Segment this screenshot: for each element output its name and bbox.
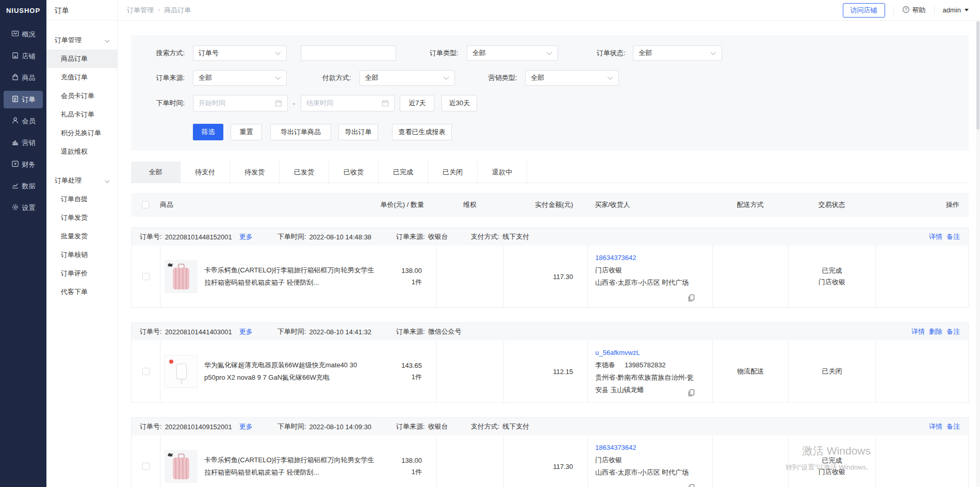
breadcrumb-part: 订单管理 — [127, 6, 154, 15]
submenu-item-giftcard-orders[interactable]: 礼品卡订单 — [46, 105, 117, 124]
row-checkbox[interactable] — [142, 368, 150, 375]
sidebar-item-data[interactable]: 数据 — [4, 177, 43, 195]
order-source-select[interactable]: 全部 — [193, 70, 287, 86]
last-30-days-button[interactable]: 近30天 — [442, 95, 477, 111]
order-note-link[interactable]: 备注 — [946, 232, 960, 241]
col-product: 商品 — [160, 200, 173, 209]
svg-text:?: ? — [905, 7, 907, 12]
order-detail-link[interactable]: 详情 — [911, 327, 925, 336]
select-all-checkbox[interactable] — [142, 201, 149, 208]
buyer-account-link[interactable]: u_56afkmvwzL — [595, 347, 698, 359]
order-detail-link[interactable]: 详情 — [929, 422, 942, 431]
sidebar-item-label: 财务 — [22, 160, 36, 169]
reset-button[interactable]: 重置 — [231, 124, 262, 140]
sidebar-item-members[interactable]: 会员 — [4, 112, 43, 130]
submenu-item-recharge-orders[interactable]: 充值订单 — [46, 68, 117, 87]
order-delete-link[interactable]: 删除 — [929, 327, 942, 336]
product-price: 138.00 — [374, 265, 422, 277]
sidebar-item-overview[interactable]: 概况 — [4, 26, 43, 43]
submenu-item-verification[interactable]: 订单核销 — [46, 246, 117, 264]
last-7-days-button[interactable]: 近7天 — [400, 95, 434, 111]
user-menu[interactable]: admin — [943, 6, 969, 14]
product-name: 华为氮化镓超薄充电器原装66W超级快充mate40 30 p50pro X2 n… — [204, 359, 374, 384]
submenu-item-refund[interactable]: 退款维权 — [46, 142, 117, 161]
marketing-type-select[interactable]: 全部 — [525, 70, 619, 86]
sidebar-item-shop[interactable]: 店铺 — [4, 47, 43, 65]
export-orders-button[interactable]: 导出订单 — [338, 124, 378, 140]
buyer-account-link[interactable]: 18634373642 — [595, 442, 698, 454]
tab-completed[interactable]: 已完成 — [379, 161, 428, 183]
tab-pending-shipment[interactable]: 待发货 — [230, 161, 280, 183]
submenu-item-membercard-orders[interactable]: 会员卡订单 — [46, 87, 117, 105]
submenu-group-header[interactable]: 订单处理 — [46, 171, 117, 190]
order-source-label: 订单来源: — [396, 232, 425, 241]
copy-icon[interactable] — [688, 389, 695, 396]
topbar-divider — [893, 6, 894, 14]
submenu-item-pickup[interactable]: 订单自提 — [46, 190, 117, 208]
submenu-item-goods-orders[interactable]: 商品订单 — [46, 50, 117, 68]
order-no: 202208101409152001 — [165, 423, 232, 431]
submenu-item-batch-shipping[interactable]: 批量发货 — [46, 227, 117, 246]
row-checkbox[interactable] — [142, 273, 150, 280]
order-card: 订单号:202208101441403001更多 下单时间:2022-08-10… — [131, 322, 969, 403]
copy-icon[interactable] — [688, 294, 695, 301]
paid-amount: 117.30 — [553, 273, 573, 281]
username: admin — [943, 6, 961, 14]
vertical-scrollbar[interactable] — [976, 21, 980, 487]
order-search-input[interactable] — [301, 45, 396, 61]
submenu-item-shipping[interactable]: 订单发货 — [46, 208, 117, 227]
view-reports-button[interactable]: 查看已生成报表 — [392, 124, 452, 140]
sidebar-item-goods[interactable]: 商品 — [4, 69, 43, 87]
search-type-select[interactable]: 订单号 — [193, 45, 287, 61]
export-order-goods-button[interactable]: 导出订单商品 — [270, 124, 331, 140]
submenu-group-header[interactable]: 订单管理 — [46, 31, 117, 50]
main-area: 订单管理 - 商品订单 访问店铺 ? 帮助 admin — [118, 0, 980, 487]
sidebar-item-finance[interactable]: ¥ 财务 — [4, 156, 43, 173]
order-status-select[interactable]: 全部 — [633, 45, 722, 61]
pay-method-label: 付款方式: — [322, 73, 351, 83]
trade-status-sub: 门店收银 — [819, 277, 845, 288]
product-qty: 1件 — [374, 466, 422, 478]
submenu-group-order-processing: 订单处理 订单自提 订单发货 批量发货 订单核销 订单评价 代客下单 — [46, 171, 117, 301]
filter-button[interactable]: 筛选 — [193, 124, 223, 140]
help-button[interactable]: ? 帮助 — [902, 6, 926, 15]
trade-status: 已完成 — [822, 265, 842, 277]
buyer-account-link[interactable]: 18634373642 — [595, 252, 698, 264]
copy-icon[interactable] — [688, 484, 695, 487]
sidebar-item-orders[interactable]: 订单 — [4, 91, 43, 108]
visit-shop-button[interactable]: 访问店铺 — [843, 3, 885, 18]
order-more-link[interactable]: 更多 — [239, 327, 253, 336]
order-type-select[interactable]: 全部 — [467, 45, 558, 61]
pay-method-select[interactable]: 全部 — [360, 70, 455, 86]
tab-closed[interactable]: 已关闭 — [428, 161, 478, 183]
order-note-link[interactable]: 备注 — [946, 422, 960, 431]
submenu-item-proxy-order[interactable]: 代客下单 — [46, 283, 117, 301]
sidebar-item-marketing[interactable]: 营销 — [4, 134, 43, 152]
tab-refunding[interactable]: 退款中 — [478, 161, 527, 183]
row-checkbox[interactable] — [142, 463, 150, 470]
submenu-item-reviews[interactable]: 订单评价 — [46, 264, 117, 283]
sidebar-item-label: 营销 — [22, 138, 36, 148]
tab-pending-payment[interactable]: 待支付 — [181, 161, 230, 183]
scrollbar-thumb[interactable] — [976, 21, 979, 129]
start-date-input[interactable]: 开始时间 — [193, 95, 288, 111]
submenu-item-points-orders[interactable]: 积分兑换订单 — [46, 124, 117, 142]
order-note-link[interactable]: 备注 — [946, 327, 960, 336]
tab-shipped[interactable]: 已发货 — [280, 161, 329, 183]
order-more-link[interactable]: 更多 — [239, 422, 253, 431]
order-detail-link[interactable]: 详情 — [929, 232, 942, 241]
sidebar-item-settings[interactable]: 设置 — [4, 199, 43, 217]
buyer-cell: 18634373642 门店收银 山西省-太原市-小店区 时代广场 — [588, 246, 713, 307]
finance-icon: ¥ — [11, 160, 19, 169]
primary-sidebar: NIUSHOP 概况 店铺 商品 订单 会员 — [0, 0, 46, 487]
page-content: 搜索方式: 订单号 订单类型: 全部 订单状态: 全部 — [118, 21, 980, 487]
order-source-label: 订单来源: — [396, 327, 425, 336]
buyer-name: 门店收银 — [595, 454, 698, 466]
end-date-input[interactable]: 结束时间 — [301, 95, 395, 111]
select-value: 全部 — [199, 73, 212, 83]
secondary-sidebar: 订单 订单管理 商品订单 充值订单 会员卡订单 礼品卡订单 积分兑换订单 退款维… — [46, 0, 118, 487]
order-more-link[interactable]: 更多 — [239, 232, 253, 241]
chevron-down-icon — [105, 177, 110, 185]
tab-received[interactable]: 已收货 — [329, 161, 379, 183]
tab-all[interactable]: 全部 — [131, 161, 181, 183]
